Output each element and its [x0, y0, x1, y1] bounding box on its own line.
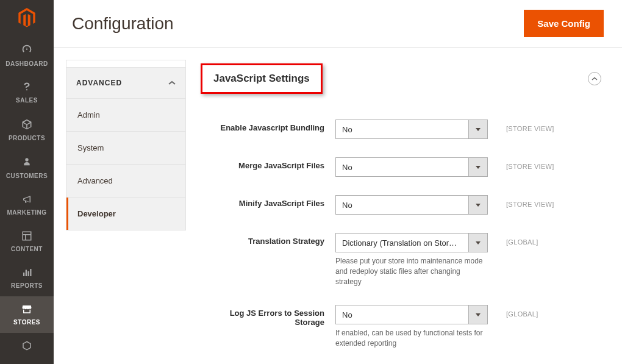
collapse-button[interactable]	[588, 72, 601, 85]
nav-subitem-advanced[interactable]: Advanced	[66, 165, 185, 198]
nav-group-advanced: ADVANCED Admin System Advanced Developer	[66, 67, 186, 230]
magento-icon	[18, 8, 35, 27]
nav-subitem-developer[interactable]: Developer	[66, 198, 185, 230]
reports-icon	[21, 267, 32, 279]
scope-label: [GLOBAL]	[488, 305, 567, 349]
magento-logo[interactable]	[0, 0, 54, 35]
field-bundling: Enable Javascript Bundling No [STORE VIE…	[198, 120, 604, 139]
nav-label: PRODUCTS	[9, 135, 45, 141]
scope-label: [GLOBAL]	[488, 233, 567, 287]
nav-marketing[interactable]: MARKETING	[0, 187, 54, 223]
scope-label: [STORE VIEW]	[488, 120, 567, 139]
logjs-select[interactable]: No	[335, 305, 488, 324]
nav-group-label: ADVANCED	[76, 79, 122, 87]
nav-customers[interactable]: CUSTOMERS	[0, 149, 54, 187]
section-title: JavaScript Settings	[213, 73, 310, 84]
marketing-icon	[21, 194, 33, 206]
dashboard-icon	[20, 43, 34, 57]
dropdown-icon	[468, 233, 488, 252]
field-label: Merge JavaScript Files	[198, 157, 335, 177]
minify-select[interactable]: No	[335, 195, 488, 215]
dropdown-icon	[468, 305, 488, 324]
field-translation: Translation Strategy Dictionary (Transla…	[198, 233, 604, 287]
chevron-up-icon	[168, 79, 176, 87]
field-merge: Merge JavaScript Files No [STORE VIEW]	[198, 157, 604, 177]
dropdown-icon	[468, 120, 488, 139]
merge-select[interactable]: No	[335, 157, 488, 177]
field-minify: Minify JavaScript Files No [STORE VIEW]	[198, 195, 604, 215]
nav-subitem-system[interactable]: System	[66, 132, 185, 165]
nav-stores[interactable]: STORES	[0, 296, 54, 333]
nav-label: CONTENT	[11, 246, 43, 252]
field-note: Please put your store into maintenance m…	[335, 256, 488, 287]
content-icon	[21, 230, 32, 243]
nav-label: CUSTOMERS	[6, 173, 48, 179]
section-title-highlight: JavaScript Settings	[201, 63, 323, 94]
bundling-select[interactable]: No	[335, 120, 488, 139]
field-label: Log JS Errors to Session Storage	[198, 305, 335, 349]
stores-icon	[21, 304, 33, 316]
nav-products[interactable]: PRODUCTS	[0, 111, 54, 149]
page-header: Configuration Save Config	[54, 0, 622, 48]
nav-label: SALES	[16, 97, 38, 104]
nav-subitems: Admin System Advanced Developer	[66, 99, 185, 230]
save-config-button[interactable]: Save Config	[524, 10, 604, 37]
chevron-up-icon	[592, 77, 598, 80]
settings-panel: JavaScript Settings Enable Javascript Bu…	[198, 60, 604, 364]
main-sidebar: DASHBOARD SALES PRODUCTS CUSTOMERS MARKE…	[0, 0, 54, 364]
scope-label: [STORE VIEW]	[488, 195, 567, 215]
nav-label: STORES	[13, 319, 40, 326]
nav-group-header[interactable]: ADVANCED	[66, 68, 185, 99]
content-area: ADVANCED Admin System Advanced Developer…	[54, 48, 622, 364]
nav-label: DASHBOARD	[5, 60, 48, 67]
dropdown-icon	[468, 195, 488, 215]
system-icon	[21, 340, 32, 352]
dropdown-icon	[468, 157, 488, 177]
form-fields: Enable Javascript Bundling No [STORE VIE…	[198, 105, 604, 364]
field-logjs: Log JS Errors to Session Storage No If e…	[198, 305, 604, 349]
nav-label: MARKETING	[7, 209, 46, 216]
section-header: JavaScript Settings	[198, 60, 604, 105]
field-note: If enabled, can be used by functional te…	[335, 328, 488, 349]
nav-dashboard[interactable]: DASHBOARD	[0, 35, 54, 74]
nav-system[interactable]	[0, 333, 54, 363]
nav-content[interactable]: CONTENT	[0, 223, 54, 260]
nav-subitem-admin[interactable]: Admin	[66, 99, 185, 132]
field-label: Translation Strategy	[198, 233, 335, 287]
config-navigation: ADVANCED Admin System Advanced Developer	[66, 60, 186, 364]
field-label: Enable Javascript Bundling	[198, 120, 335, 139]
nav-label: REPORTS	[11, 282, 43, 289]
main-content: Configuration Save Config ADVANCED Admin…	[54, 0, 622, 364]
field-label: Minify JavaScript Files	[198, 195, 335, 215]
nav-sales[interactable]: SALES	[0, 74, 54, 111]
sales-icon	[21, 82, 32, 94]
page-title: Configuration	[72, 14, 174, 34]
customers-icon	[22, 156, 32, 170]
products-icon	[21, 118, 33, 132]
nav-reports[interactable]: REPORTS	[0, 260, 54, 296]
scope-label: [STORE VIEW]	[488, 157, 567, 177]
translation-select[interactable]: Dictionary (Translation on Storefront si…	[335, 233, 488, 252]
